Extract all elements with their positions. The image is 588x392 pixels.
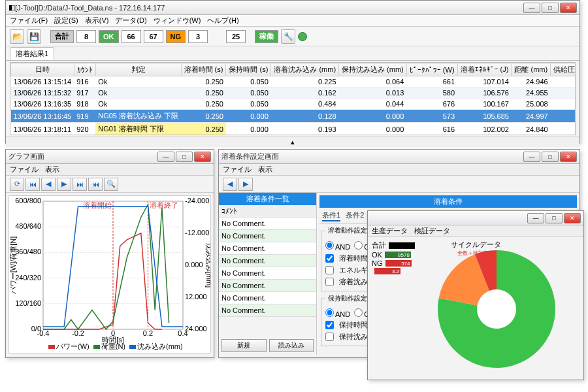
col-header[interactable]: 溶着時間 (s) <box>181 63 226 76</box>
main-titlebar: ◧ [J-Tool]D:/Data/J-Tool_Data.ns - 172.1… <box>6 1 580 15</box>
cond-max-button[interactable]: □ <box>542 152 559 162</box>
table-row[interactable]: 13/06/26 13:18:11920NG01 溶着時間 下限0.2500.0… <box>11 123 576 136</box>
graph-window: グラフ画面 — □ ✕ ファイル 表示 ⟳ ⏮ ◀ ▶ ⏭ ⏮ 🔍 600/80… <box>5 149 214 358</box>
pie-max-button[interactable]: □ <box>546 213 563 223</box>
cond-next-icon[interactable]: ▶ <box>238 178 253 191</box>
tab-results[interactable]: 溶着結果1 <box>10 47 54 60</box>
hold-sink-check[interactable] <box>325 333 334 341</box>
svg-text:120/160: 120/160 <box>15 299 41 307</box>
svg-text:溶着開始: 溶着開始 <box>83 201 112 209</box>
pie-chart <box>415 237 578 374</box>
pie-min-button[interactable]: — <box>527 213 544 223</box>
svg-text:溶着終了: 溶着終了 <box>150 201 178 209</box>
pie-close-button[interactable]: ✕ <box>564 213 581 223</box>
grid-expander[interactable]: ▴ <box>6 137 580 147</box>
cond-min-button[interactable]: — <box>523 152 540 162</box>
energy-check[interactable] <box>325 266 334 274</box>
sum-badge: 合計 <box>50 30 74 43</box>
cond-close-button[interactable]: ✕ <box>560 152 577 162</box>
col-header[interactable]: 距離 (mm) <box>512 63 551 76</box>
count-ok2: 67 <box>144 30 163 43</box>
tab-cond2[interactable]: 条件2 <box>346 210 364 221</box>
svg-point-30 <box>477 289 516 329</box>
col-header[interactable]: 溶着ｴﾈﾙｷﾞｰ (J) <box>457 63 512 76</box>
menu-file[interactable]: ファイル(F) <box>10 16 48 25</box>
table-row[interactable]: 13/06/26 13:16:45919NG05 溶着沈み込み 下限0.2500… <box>11 110 576 123</box>
next-icon[interactable]: ▶ <box>57 178 71 191</box>
graph-menu-file[interactable]: ファイル <box>10 165 39 174</box>
pie-titlebar: — □ ✕ <box>368 211 583 225</box>
refresh-icon[interactable]: ⟳ <box>10 178 24 191</box>
main-window: ◧ [J-Tool]D:/Data/J-Tool_Data.ns - 172.1… <box>5 0 580 144</box>
list-item[interactable]: No Comment. <box>219 218 316 230</box>
col-header[interactable]: ﾋﾟｰｸﾊﾟﾜｰ (W) <box>406 63 457 76</box>
maximize-button[interactable]: □ <box>542 3 559 13</box>
cond-prev-icon[interactable]: ◀ <box>223 178 237 191</box>
weld-and-radio[interactable] <box>325 241 334 250</box>
table-row[interactable]: 13/06/26 13:15:32917Ok0.2500.0500.1620.0… <box>11 88 576 99</box>
load-button[interactable]: 読み込み <box>269 339 314 352</box>
legend-power: パワー(W) <box>56 342 90 351</box>
svg-text:沈み込み[mm]: 沈み込み[mm] <box>205 243 210 287</box>
col-header[interactable]: 溶着沈み込み (mm) <box>271 63 339 76</box>
graph-titlebar: グラフ画面 — □ ✕ <box>6 150 214 164</box>
sink-check[interactable] <box>325 278 334 286</box>
table-row[interactable]: 13/06/26 13:16:35918Ok0.2500.0500.4840.0… <box>11 99 576 110</box>
hold-legend: 保持動作設定 <box>325 294 370 303</box>
table-row[interactable]: 13/06/26 13:15:14916Ok0.2500.0500.2250.0… <box>11 76 576 88</box>
tab-cond1[interactable]: 条件1 <box>322 210 340 221</box>
graph-min-button[interactable]: — <box>157 152 174 162</box>
col-header[interactable]: 判定 <box>95 63 181 76</box>
hold-time-check[interactable] <box>325 321 334 329</box>
first2-icon[interactable]: ⏮ <box>88 178 103 191</box>
svg-text:-0.4: -0.4 <box>37 329 50 337</box>
legend-load: 荷重(N) <box>101 342 125 351</box>
open-icon[interactable]: 📂 <box>10 29 24 44</box>
graph-max-button[interactable]: □ <box>176 152 193 162</box>
menu-view[interactable]: 表示(V) <box>85 16 109 25</box>
list-item[interactable]: No Comment. <box>219 255 316 267</box>
svg-text:12.000: 12.000 <box>185 293 207 301</box>
new-button[interactable]: 新規 <box>221 339 267 352</box>
menu-window[interactable]: ウィンドウ(W) <box>154 16 201 25</box>
list-item[interactable]: No Comment. <box>219 242 316 255</box>
menu-data[interactable]: データ(D) <box>115 16 146 25</box>
col-header[interactable]: 日時 <box>11 63 74 76</box>
cond-menu-view[interactable]: 表示 <box>258 165 272 174</box>
results-grid[interactable]: 日時ｶｳﾝﾄ判定溶着時間 (s)保持時間 (s)溶着沈み込み (mm)保持沈み込… <box>10 62 576 135</box>
list-item[interactable]: No Comment. <box>219 230 316 242</box>
list-item[interactable]: No Comment. <box>219 304 316 317</box>
weld-legend: 溶着動作設定 <box>325 226 370 235</box>
menu-help[interactable]: ヘルプ(H) <box>207 16 238 25</box>
prev-icon[interactable]: ◀ <box>41 178 56 191</box>
hold-and-radio[interactable] <box>325 308 334 317</box>
condition-list-header: 溶着条件一覧 <box>219 193 316 205</box>
menu-settings[interactable]: 設定(S) <box>54 16 78 25</box>
condition-list: 溶着条件一覧 ｺﾒﾝﾄ No Comment.No Comment.No Com… <box>219 193 317 355</box>
pie-tab-verify[interactable]: 検証データ <box>414 226 450 236</box>
first-icon[interactable]: ⏮ <box>25 178 40 191</box>
col-header[interactable]: 保持沈み込み (mm) <box>339 63 407 76</box>
pie-tab-prod[interactable]: 生産データ <box>372 226 408 236</box>
graph-close-button[interactable]: ✕ <box>194 152 211 162</box>
col-header[interactable]: ｶｳﾝﾄ <box>74 63 95 76</box>
tool-icon[interactable]: 🔧 <box>281 29 295 44</box>
col-header[interactable]: 供給圧 (MPa) <box>551 63 576 76</box>
cond-menu-file[interactable]: ファイル <box>223 165 252 174</box>
close-button[interactable]: ✕ <box>560 3 577 13</box>
minimize-button[interactable]: — <box>523 3 540 13</box>
svg-text:-12.000: -12.000 <box>185 229 209 237</box>
graph-menu-view[interactable]: 表示 <box>45 165 59 174</box>
last-icon[interactable]: ⏭ <box>73 178 87 191</box>
list-item[interactable]: No Comment. <box>219 280 316 292</box>
zoom-icon[interactable]: 🔍 <box>104 178 118 191</box>
col-header[interactable]: 保持時間 (s) <box>226 63 271 76</box>
save-icon[interactable]: 💾 <box>27 29 41 44</box>
weld-time-check[interactable] <box>325 254 334 263</box>
weld-or-radio[interactable] <box>354 241 363 250</box>
list-item[interactable]: No Comment. <box>219 267 316 280</box>
hold-or-radio[interactable] <box>354 308 363 317</box>
svg-text:0.2: 0.2 <box>143 329 153 337</box>
cond-toolbar: ◀ ▶ <box>219 176 580 193</box>
list-item[interactable]: No Comment. <box>219 292 316 304</box>
